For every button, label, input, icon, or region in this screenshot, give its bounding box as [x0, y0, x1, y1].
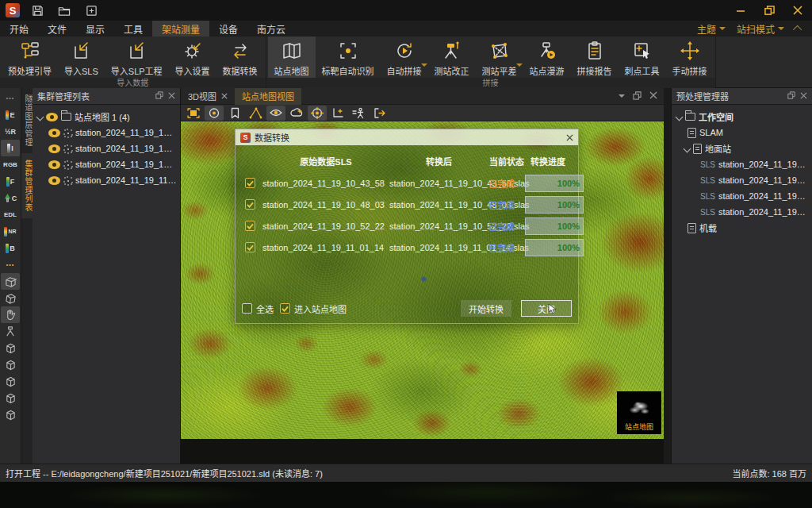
- row-checkbox[interactable]: [245, 221, 255, 231]
- add-cloud-tool[interactable]: [287, 106, 306, 121]
- tool-site-map[interactable]: 站点地图: [268, 37, 316, 78]
- tool-import-sls[interactable]: 导入SLS: [58, 37, 105, 78]
- expander-icon[interactable]: [684, 144, 691, 152]
- bookmark-tool[interactable]: [225, 106, 244, 121]
- close-view-icon[interactable]: [649, 91, 657, 101]
- menu-device[interactable]: 设备: [209, 21, 247, 37]
- dialog-close-icon[interactable]: [566, 130, 573, 144]
- sls-station-row[interactable]: SLSstation_2024_11_19_10_48_...: [675, 172, 809, 188]
- cube-view-tool-3[interactable]: [1, 373, 20, 390]
- roam-walk-tool[interactable]: [349, 106, 368, 121]
- close-panel-icon[interactable]: [168, 91, 175, 101]
- ground-station-row[interactable]: 地面站: [675, 140, 809, 156]
- tool-stitch-report[interactable]: 拼接报告: [571, 37, 619, 78]
- menu-south-cloud[interactable]: 南方云: [247, 21, 295, 37]
- view-region-tool[interactable]: [266, 106, 285, 121]
- tool-pick-point[interactable]: 刺点工具: [619, 37, 666, 78]
- menu-tools[interactable]: 工具: [114, 21, 152, 37]
- cube-view-tool-1[interactable]: [1, 340, 20, 356]
- new-file-icon[interactable]: [82, 2, 101, 18]
- measure-angle-tool[interactable]: [246, 106, 265, 121]
- scan-mode-selector[interactable]: 站扫模式: [733, 22, 788, 36]
- tool-manual-stitch[interactable]: 手动拼接: [666, 37, 714, 78]
- tool-station-adjust[interactable]: 测站平差: [476, 37, 523, 78]
- polygon-select-tool[interactable]: [1, 290, 20, 306]
- tab-list-caret-icon[interactable]: [619, 94, 625, 98]
- elevation-mode-button[interactable]: E: [1, 106, 20, 123]
- rgb-mode-button[interactable]: RGB: [1, 156, 20, 173]
- tool-import-slp[interactable]: 导入SLP工程: [105, 37, 169, 78]
- visibility-eye-icon[interactable]: [48, 144, 60, 153]
- save-icon[interactable]: [28, 2, 47, 18]
- collapse-ribbon-button[interactable]: [791, 25, 806, 32]
- tab-site-map-view[interactable]: 站点地图视图: [235, 88, 301, 105]
- menu-start[interactable]: 开始: [0, 21, 38, 37]
- minimize-button[interactable]: [726, 0, 755, 21]
- edl-mode-button[interactable]: EDL: [1, 206, 20, 223]
- enter-site-map-checkbox[interactable]: 进入站点地图: [280, 302, 347, 315]
- expander-icon[interactable]: [676, 113, 684, 121]
- add-axis-tool[interactable]: [328, 106, 347, 121]
- station-row[interactable]: station_2024_11_19_10_4...: [36, 140, 177, 156]
- tool-station-correct[interactable]: 测站改正: [428, 37, 476, 78]
- cube-view-tool-5[interactable]: [1, 406, 20, 423]
- slam-row[interactable]: SLAM: [675, 125, 809, 140]
- point-cloud-canvas[interactable]: S 数据转换 原始数据SLS 转换后 当前状态 转换进度: [181, 121, 664, 439]
- sls-station-row[interactable]: SLSstation_2024_11_19_11_01_...: [675, 204, 809, 220]
- dropdown-caret-icon[interactable]: [421, 64, 427, 67]
- tool-auto-stitch[interactable]: 自动拼接: [381, 37, 428, 78]
- circle-select-tool[interactable]: [205, 106, 224, 121]
- station-row[interactable]: station_2024_11_19_10_4...: [36, 125, 177, 140]
- restore-button[interactable]: [755, 0, 783, 21]
- cube-view-tool-4[interactable]: [1, 390, 20, 406]
- rect-select-tool[interactable]: [184, 106, 203, 121]
- classify-mode-button[interactable]: C: [1, 190, 20, 206]
- tree-root-row[interactable]: 站点地图 1 (4): [36, 109, 177, 125]
- close-button[interactable]: [783, 0, 812, 21]
- visibility-eye-icon[interactable]: [48, 129, 60, 137]
- select-all-checkbox[interactable]: 全选: [242, 302, 274, 315]
- strip-drag-handle[interactable]: •••: [1, 90, 20, 106]
- tool-data-convert[interactable]: 数据转换: [216, 37, 264, 78]
- open-folder-icon[interactable]: [55, 2, 74, 18]
- fusion-mode-button[interactable]: F: [1, 173, 20, 190]
- blend-mode-button[interactable]: B: [1, 240, 20, 256]
- airborne-row[interactable]: 机载: [675, 220, 809, 236]
- close-dialog-button[interactable]: 关闭: [521, 300, 572, 317]
- tool-target-auto-detect[interactable]: 标靶自动识别: [316, 37, 381, 78]
- menu-display[interactable]: 显示: [76, 21, 114, 37]
- menu-file[interactable]: 文件: [38, 21, 76, 37]
- add-target-tool[interactable]: [308, 106, 327, 121]
- dialog-title-bar[interactable]: S 数据转换: [236, 129, 578, 145]
- sls-station-row[interactable]: SLSstation_2024_11_19_10_52_...: [675, 188, 809, 204]
- panel-splitter[interactable]: [664, 88, 671, 464]
- workspace-row[interactable]: 工作空间: [675, 109, 809, 125]
- row-checkbox[interactable]: [245, 242, 255, 252]
- visibility-eye-icon[interactable]: [48, 176, 60, 185]
- close-panel-icon[interactable]: [800, 91, 807, 101]
- sls-station-row[interactable]: SLSstation_2024_11_19_10_43_...: [675, 156, 809, 172]
- row-checkbox[interactable]: [245, 178, 255, 188]
- float-panel-icon[interactable]: [787, 91, 795, 101]
- close-tab-icon[interactable]: [221, 91, 228, 101]
- expander-icon[interactable]: [36, 113, 44, 121]
- pan-tool[interactable]: [1, 306, 20, 323]
- float-panel-icon[interactable]: [155, 91, 163, 101]
- start-convert-button[interactable]: 开始转换: [461, 300, 511, 317]
- station-row[interactable]: station_2024_11_19_10_5...: [36, 156, 177, 172]
- row-checkbox[interactable]: [245, 199, 255, 210]
- theme-selector[interactable]: 主题: [693, 22, 730, 36]
- dropdown-caret-icon[interactable]: [516, 64, 523, 67]
- export-view-tool[interactable]: [370, 106, 389, 121]
- minimap[interactable]: 站点地图: [617, 391, 661, 434]
- float-view-icon[interactable]: [633, 91, 642, 102]
- intensity-mode-button[interactable]: I: [1, 140, 20, 156]
- visibility-eye-icon[interactable]: [48, 160, 60, 169]
- tool-site-roam[interactable]: 站点漫游: [523, 37, 571, 78]
- box-select-tool[interactable]: [1, 273, 20, 290]
- station-row[interactable]: station_2024_11_19_11_0...: [36, 172, 177, 188]
- cube-view-tool-2[interactable]: [1, 356, 20, 373]
- tool-import-settings[interactable]: 导入设置: [169, 37, 216, 78]
- menu-station-survey[interactable]: 架站测量: [152, 21, 209, 37]
- tab-3d-view[interactable]: 3D视图: [181, 88, 235, 105]
